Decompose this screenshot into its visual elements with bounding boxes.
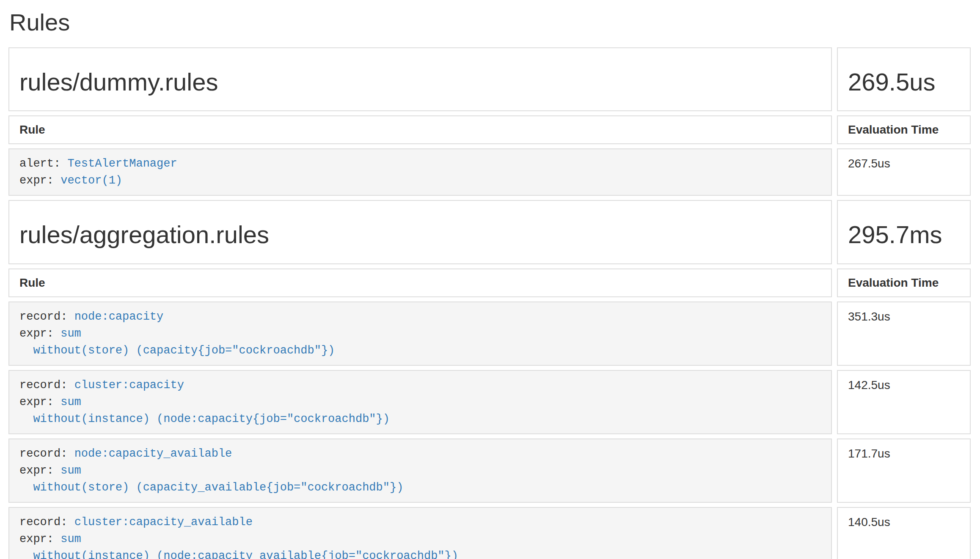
column-header-eval-time: Evaluation Time [837, 115, 971, 144]
rule-definition: record: cluster:capacity_available expr:… [19, 514, 821, 559]
rule-name-link[interactable]: node:capacity_available [74, 447, 232, 460]
rule-cell: record: node:capacity_available expr: su… [8, 438, 832, 503]
rule-group-eval-total-cell: 295.7ms [837, 200, 971, 264]
rules-table: rules/dummy.rules 269.5us Rule Evaluatio… [3, 43, 976, 559]
rule-key-label: record: [19, 516, 67, 529]
rule-cell: alert: TestAlertManager expr: vector(1) [8, 148, 832, 196]
table-row: record: cluster:capacity_available expr:… [8, 507, 971, 559]
rule-key-label: record: [19, 310, 67, 323]
rule-definition: record: cluster:capacity expr: sum witho… [19, 377, 821, 427]
rule-cell: record: cluster:capacity expr: sum witho… [8, 370, 832, 434]
expr-key-label: expr: [19, 533, 54, 545]
column-header-row: Rule Evaluation Time [8, 115, 971, 144]
rule-expr-link[interactable]: sum without(store) (capacity_available{j… [19, 464, 403, 494]
rule-expr-link[interactable]: vector(1) [61, 174, 122, 187]
rule-group-header: rules/dummy.rules 269.5us [8, 47, 971, 112]
rule-name-link[interactable]: cluster:capacity [74, 379, 184, 392]
eval-time-cell: 351.3us [837, 301, 971, 366]
rule-expr-link[interactable]: sum without(instance) (node:capacity_ava… [19, 533, 458, 559]
table-row: record: cluster:capacity expr: sum witho… [8, 370, 971, 434]
rule-key-label: record: [19, 379, 67, 392]
table-row: alert: TestAlertManager expr: vector(1) … [8, 148, 971, 196]
rule-name-link[interactable]: node:capacity [74, 310, 164, 323]
rule-key-label: alert: [19, 157, 61, 170]
expr-key-label: expr: [19, 464, 54, 477]
rule-group-file-cell: rules/dummy.rules [8, 47, 832, 112]
column-header-row: Rule Evaluation Time [8, 269, 971, 297]
rule-name-link[interactable]: cluster:capacity_available [74, 516, 253, 529]
rule-definition: alert: TestAlertManager expr: vector(1) [19, 155, 821, 189]
rule-group-eval-total: 269.5us [848, 69, 960, 96]
rule-name-link[interactable]: TestAlertManager [67, 157, 177, 170]
expr-key-label: expr: [19, 174, 54, 187]
table-row: record: node:capacity expr: sum without(… [8, 301, 971, 366]
eval-time-cell: 142.5us [837, 370, 971, 434]
eval-time-cell: 140.5us [837, 507, 971, 559]
eval-time-cell: 267.5us [837, 148, 971, 196]
column-header-eval-time: Evaluation Time [837, 269, 971, 297]
column-header-rule: Rule [8, 115, 832, 144]
rule-group-eval-total: 295.7ms [848, 221, 960, 248]
rule-definition: record: node:capacity_available expr: su… [19, 445, 821, 496]
eval-time-cell: 171.7us [837, 438, 971, 503]
rule-group-file: rules/aggregation.rules [19, 221, 821, 248]
expr-key-label: expr: [19, 396, 54, 408]
column-header-rule: Rule [8, 269, 832, 297]
rule-cell: record: cluster:capacity_available expr:… [8, 507, 832, 559]
rule-key-label: record: [19, 447, 67, 460]
rule-cell: record: node:capacity expr: sum without(… [8, 301, 832, 366]
page-title: Rules [9, 9, 980, 36]
rule-expr-link[interactable]: sum without(store) (capacity{job="cockro… [19, 327, 335, 357]
rule-group-header: rules/aggregation.rules 295.7ms [8, 200, 971, 264]
rule-group-eval-total-cell: 269.5us [837, 47, 971, 112]
rule-expr-link[interactable]: sum without(instance) (node:capacity{job… [19, 396, 390, 425]
rule-group-file-cell: rules/aggregation.rules [8, 200, 832, 264]
expr-key-label: expr: [19, 327, 54, 340]
rule-group-file: rules/dummy.rules [19, 69, 821, 96]
rule-definition: record: node:capacity expr: sum without(… [19, 308, 821, 359]
table-row: record: node:capacity_available expr: su… [8, 438, 971, 503]
